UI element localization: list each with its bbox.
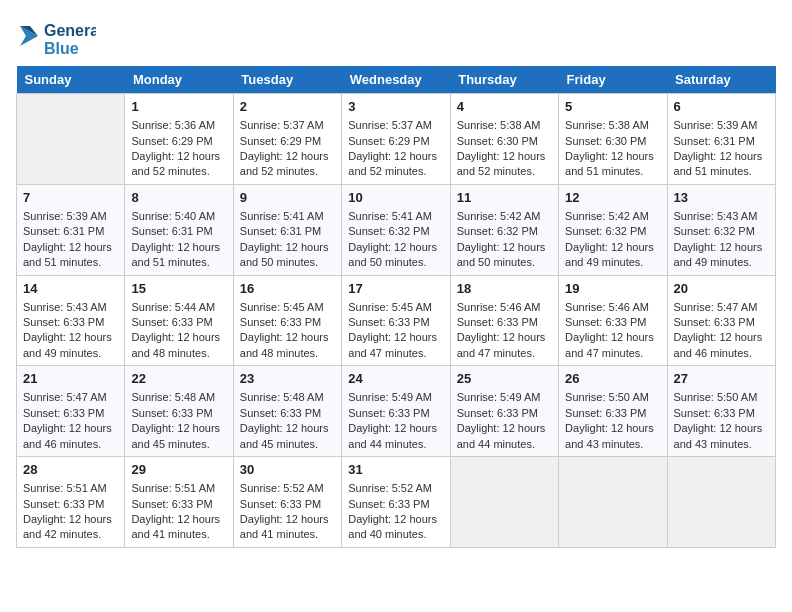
day-info-line: and 40 minutes.	[348, 527, 443, 542]
day-info-line: Daylight: 12 hours	[565, 330, 660, 345]
day-info-line: Daylight: 12 hours	[23, 330, 118, 345]
day-info-line: and 51 minutes.	[674, 164, 769, 179]
day-info-line: and 51 minutes.	[565, 164, 660, 179]
day-number: 16	[240, 280, 335, 298]
day-info-line: Sunrise: 5:41 AM	[348, 209, 443, 224]
day-info-line: Sunset: 6:33 PM	[131, 497, 226, 512]
day-info-line: Sunset: 6:31 PM	[240, 224, 335, 239]
day-info-line: and 42 minutes.	[23, 527, 118, 542]
day-info-line: and 48 minutes.	[240, 346, 335, 361]
day-info-line: Daylight: 12 hours	[23, 421, 118, 436]
calendar-cell: 31Sunrise: 5:52 AMSunset: 6:33 PMDayligh…	[342, 457, 450, 548]
day-number: 24	[348, 370, 443, 388]
calendar-header: SundayMondayTuesdayWednesdayThursdayFrid…	[17, 66, 776, 94]
svg-text:Blue: Blue	[44, 40, 79, 57]
day-number: 31	[348, 461, 443, 479]
weekday-header: Friday	[559, 66, 667, 94]
calendar-week-row: 1Sunrise: 5:36 AMSunset: 6:29 PMDaylight…	[17, 94, 776, 185]
day-info-line: Daylight: 12 hours	[348, 149, 443, 164]
day-number: 15	[131, 280, 226, 298]
day-info-line: Daylight: 12 hours	[457, 240, 552, 255]
day-info-line: Sunrise: 5:38 AM	[457, 118, 552, 133]
day-info-line: Sunrise: 5:48 AM	[240, 390, 335, 405]
day-info-line: Sunset: 6:33 PM	[674, 315, 769, 330]
day-info-line: Sunset: 6:33 PM	[348, 315, 443, 330]
calendar-table: SundayMondayTuesdayWednesdayThursdayFrid…	[16, 66, 776, 548]
day-info-line: and 45 minutes.	[240, 437, 335, 452]
calendar-cell: 28Sunrise: 5:51 AMSunset: 6:33 PMDayligh…	[17, 457, 125, 548]
day-info-line: Daylight: 12 hours	[23, 240, 118, 255]
day-info-line: Sunrise: 5:42 AM	[565, 209, 660, 224]
day-info-line: Sunset: 6:30 PM	[457, 134, 552, 149]
day-info-line: and 51 minutes.	[131, 255, 226, 270]
day-number: 26	[565, 370, 660, 388]
day-info-line: Sunset: 6:33 PM	[240, 315, 335, 330]
day-info-line: Daylight: 12 hours	[240, 421, 335, 436]
day-info-line: Daylight: 12 hours	[131, 512, 226, 527]
day-info-line: Sunset: 6:29 PM	[131, 134, 226, 149]
day-info-line: Daylight: 12 hours	[457, 149, 552, 164]
day-number: 11	[457, 189, 552, 207]
day-info-line: and 51 minutes.	[23, 255, 118, 270]
day-info-line: Sunrise: 5:43 AM	[674, 209, 769, 224]
calendar-cell: 22Sunrise: 5:48 AMSunset: 6:33 PMDayligh…	[125, 366, 233, 457]
day-number: 5	[565, 98, 660, 116]
weekday-header: Wednesday	[342, 66, 450, 94]
calendar-cell: 16Sunrise: 5:45 AMSunset: 6:33 PMDayligh…	[233, 275, 341, 366]
calendar-cell: 21Sunrise: 5:47 AMSunset: 6:33 PMDayligh…	[17, 366, 125, 457]
day-info-line: Sunrise: 5:49 AM	[457, 390, 552, 405]
day-number: 27	[674, 370, 769, 388]
day-info-line: Daylight: 12 hours	[674, 421, 769, 436]
day-info-line: Daylight: 12 hours	[240, 330, 335, 345]
calendar-cell: 1Sunrise: 5:36 AMSunset: 6:29 PMDaylight…	[125, 94, 233, 185]
day-info-line: Sunrise: 5:50 AM	[565, 390, 660, 405]
day-info-line: and 43 minutes.	[565, 437, 660, 452]
day-info-line: and 46 minutes.	[23, 437, 118, 452]
weekday-header: Saturday	[667, 66, 775, 94]
calendar-week-row: 28Sunrise: 5:51 AMSunset: 6:33 PMDayligh…	[17, 457, 776, 548]
day-info-line: Daylight: 12 hours	[457, 330, 552, 345]
day-info-line: Sunrise: 5:51 AM	[23, 481, 118, 496]
day-info-line: and 47 minutes.	[348, 346, 443, 361]
day-info-line: Sunset: 6:32 PM	[348, 224, 443, 239]
calendar-cell	[450, 457, 558, 548]
calendar-cell: 17Sunrise: 5:45 AMSunset: 6:33 PMDayligh…	[342, 275, 450, 366]
day-info-line: Sunrise: 5:37 AM	[348, 118, 443, 133]
day-info-line: Sunrise: 5:37 AM	[240, 118, 335, 133]
day-info-line: Sunset: 6:32 PM	[565, 224, 660, 239]
day-info-line: Sunrise: 5:39 AM	[674, 118, 769, 133]
day-number: 18	[457, 280, 552, 298]
calendar-cell: 12Sunrise: 5:42 AMSunset: 6:32 PMDayligh…	[559, 184, 667, 275]
day-info-line: Sunrise: 5:48 AM	[131, 390, 226, 405]
day-info-line: Sunrise: 5:41 AM	[240, 209, 335, 224]
day-info-line: Daylight: 12 hours	[23, 512, 118, 527]
calendar-cell: 14Sunrise: 5:43 AMSunset: 6:33 PMDayligh…	[17, 275, 125, 366]
day-info-line: and 41 minutes.	[131, 527, 226, 542]
day-info-line: Daylight: 12 hours	[348, 240, 443, 255]
day-info-line: and 50 minutes.	[457, 255, 552, 270]
day-info-line: Sunset: 6:33 PM	[457, 315, 552, 330]
day-info-line: Sunrise: 5:45 AM	[240, 300, 335, 315]
day-info-line: Sunrise: 5:43 AM	[23, 300, 118, 315]
day-info-line: Sunset: 6:33 PM	[23, 315, 118, 330]
day-info-line: Sunrise: 5:39 AM	[23, 209, 118, 224]
day-info-line: Sunset: 6:31 PM	[674, 134, 769, 149]
day-info-line: and 52 minutes.	[131, 164, 226, 179]
calendar-cell: 5Sunrise: 5:38 AMSunset: 6:30 PMDaylight…	[559, 94, 667, 185]
day-info-line: Daylight: 12 hours	[131, 421, 226, 436]
calendar-cell: 6Sunrise: 5:39 AMSunset: 6:31 PMDaylight…	[667, 94, 775, 185]
weekday-header: Sunday	[17, 66, 125, 94]
day-info-line: Sunset: 6:32 PM	[457, 224, 552, 239]
day-info-line: Sunrise: 5:50 AM	[674, 390, 769, 405]
calendar-cell: 11Sunrise: 5:42 AMSunset: 6:32 PMDayligh…	[450, 184, 558, 275]
weekday-header: Monday	[125, 66, 233, 94]
day-info-line: Daylight: 12 hours	[240, 240, 335, 255]
day-info-line: and 48 minutes.	[131, 346, 226, 361]
logo: GeneralBlue	[16, 16, 96, 58]
day-info-line: Sunset: 6:33 PM	[565, 315, 660, 330]
day-number: 1	[131, 98, 226, 116]
day-number: 6	[674, 98, 769, 116]
day-info-line: and 52 minutes.	[348, 164, 443, 179]
day-info-line: Daylight: 12 hours	[674, 240, 769, 255]
day-info-line: Sunset: 6:31 PM	[23, 224, 118, 239]
